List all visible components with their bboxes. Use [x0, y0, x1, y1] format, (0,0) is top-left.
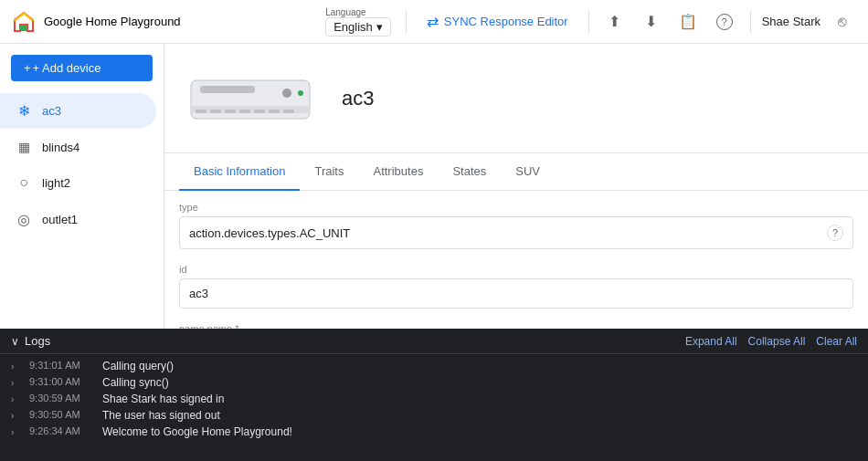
logs-content: › 9:31:01 AM Calling query() › 9:31:00 A…: [0, 354, 868, 461]
light-icon: ○: [15, 174, 33, 191]
log-toggle-1[interactable]: ›: [11, 378, 22, 388]
book-icon-button[interactable]: 📋: [673, 7, 703, 37]
user-name[interactable]: Shae Stark: [762, 15, 820, 28]
app-logo: Google Home Playground: [11, 9, 181, 35]
divider2: [588, 11, 589, 33]
device-preview: ac3: [164, 44, 868, 153]
svg-rect-7: [225, 110, 236, 113]
chevron-down-icon: ▾: [376, 20, 383, 34]
svg-rect-10: [269, 110, 280, 113]
log-message-1: Calling sync(): [102, 376, 169, 389]
plus-icon: +: [24, 61, 31, 75]
language-section: Language English ▾: [325, 7, 391, 37]
type-value-container: action.devices.types.AC_UNIT ?: [179, 216, 853, 249]
log-entry-1: › 9:31:00 AM Calling sync(): [0, 374, 868, 391]
logs-chevron-icon: ∨: [11, 335, 19, 348]
outlet-icon: ◎: [15, 211, 33, 228]
content-area: ac3 Basic Information Traits Attributes …: [164, 44, 868, 329]
sidebar-item-light2[interactable]: ○ light2: [0, 165, 156, 200]
sync-icon: ⇄: [427, 13, 439, 30]
id-label: id: [179, 264, 853, 275]
log-toggle-4[interactable]: ›: [11, 427, 22, 437]
log-toggle-3[interactable]: ›: [11, 411, 22, 421]
svg-rect-8: [239, 110, 250, 113]
svg-rect-3: [200, 86, 255, 93]
tab-traits[interactable]: Traits: [300, 153, 358, 191]
form-area: type action.devices.types.AC_UNIT ? id a…: [164, 191, 868, 329]
log-entry-4: › 9:26:34 AM Welcome to Google Home Play…: [0, 424, 868, 440]
field-type: type action.devices.types.AC_UNIT ?: [179, 202, 853, 249]
app-title: Google Home Playground: [44, 15, 181, 28]
ac-unit-svg: [186, 71, 314, 126]
svg-rect-9: [254, 110, 265, 113]
language-select[interactable]: English ▾: [325, 17, 391, 37]
language-value: English: [333, 20, 373, 34]
log-entry-2: › 9:30:59 AM Shae Stark has signed in: [0, 391, 868, 407]
device-preview-name: ac3: [342, 87, 374, 110]
device-name-ac3: ac3: [42, 104, 61, 118]
download-icon: ⬇: [645, 13, 657, 30]
main-area: + + Add device ❄ ac3 ▦ blinds4 ○ light2 …: [0, 44, 868, 329]
clear-all-button[interactable]: Clear All: [816, 335, 857, 348]
logo-icon: [11, 9, 37, 35]
log-toggle-2[interactable]: ›: [11, 394, 22, 404]
device-name-light2: light2: [42, 176, 70, 190]
log-time-3: 9:30:50 AM: [29, 409, 95, 420]
log-message-3: The user has signed out: [102, 409, 220, 422]
logs-actions: Expand All Collapse All Clear All: [685, 335, 857, 348]
log-time-0: 9:31:01 AM: [29, 360, 95, 371]
logout-icon-button[interactable]: ⎋: [828, 7, 857, 37]
expand-all-button[interactable]: Expand All: [685, 335, 737, 348]
field-id: id ac3: [179, 264, 853, 309]
svg-rect-11: [283, 110, 294, 113]
log-time-1: 9:31:00 AM: [29, 376, 95, 387]
add-device-button[interactable]: + + Add device: [11, 55, 153, 81]
sidebar-item-ac3[interactable]: ❄ ac3: [0, 93, 156, 129]
help-icon-button[interactable]: ?: [710, 7, 739, 37]
divider: [406, 11, 407, 33]
top-header: Google Home Playground Language English …: [0, 0, 868, 44]
svg-rect-5: [196, 110, 206, 113]
sync-response-editor-button[interactable]: ⇄ SYNC Response Editor: [418, 7, 577, 36]
log-toggle-0[interactable]: ›: [11, 361, 22, 372]
log-message-0: Calling query(): [102, 360, 174, 372]
blinds-icon: ▦: [15, 140, 33, 154]
svg-rect-6: [210, 110, 221, 113]
tab-attributes[interactable]: Attributes: [358, 153, 438, 191]
svg-marker-0: [13, 12, 35, 21]
ac-icon: ❄: [15, 102, 33, 120]
id-value: ac3: [179, 278, 853, 309]
type-label: type: [179, 202, 853, 213]
divider3: [750, 11, 751, 33]
svg-point-12: [282, 89, 291, 98]
tab-suv[interactable]: SUV: [501, 153, 555, 191]
logs-header[interactable]: ∨ Logs Expand All Collapse All Clear All: [0, 329, 868, 354]
type-help-icon[interactable]: ?: [827, 225, 843, 241]
language-label: Language: [325, 7, 366, 17]
tabs-bar: Basic Information Traits Attributes Stat…: [164, 153, 868, 191]
log-time-4: 9:26:34 AM: [29, 425, 95, 436]
book-icon: 📋: [679, 13, 697, 30]
device-name-blinds4: blinds4: [42, 141, 79, 154]
log-message-2: Shae Stark has signed in: [102, 393, 224, 405]
sidebar-item-outlet1[interactable]: ◎ outlet1: [0, 202, 156, 237]
type-value: action.devices.types.AC_UNIT: [189, 226, 350, 240]
device-name-outlet1: outlet1: [42, 213, 78, 226]
collapse-all-button[interactable]: Collapse All: [748, 335, 806, 348]
log-time-2: 9:30:59 AM: [29, 393, 95, 403]
download-icon-button[interactable]: ⬇: [637, 7, 666, 37]
log-message-4: Welcome to Google Home Playground!: [102, 425, 292, 438]
log-entry-3: › 9:30:50 AM The user has signed out: [0, 407, 868, 424]
upload-icon: ⬆: [609, 13, 620, 30]
logs-section: ∨ Logs Expand All Collapse All Clear All…: [0, 329, 868, 461]
log-entry-0: › 9:31:01 AM Calling query(): [0, 358, 868, 374]
upload-icon-button[interactable]: ⬆: [600, 7, 630, 37]
tab-states[interactable]: States: [438, 153, 501, 191]
svg-point-13: [298, 90, 303, 96]
tab-basic-information[interactable]: Basic Information: [179, 153, 300, 191]
ac-unit-image: [186, 67, 314, 131]
sidebar-item-blinds4[interactable]: ▦ blinds4: [0, 131, 156, 163]
help-icon: ?: [716, 14, 733, 30]
logout-icon: ⎋: [838, 14, 847, 30]
svg-rect-1: [20, 25, 27, 31]
